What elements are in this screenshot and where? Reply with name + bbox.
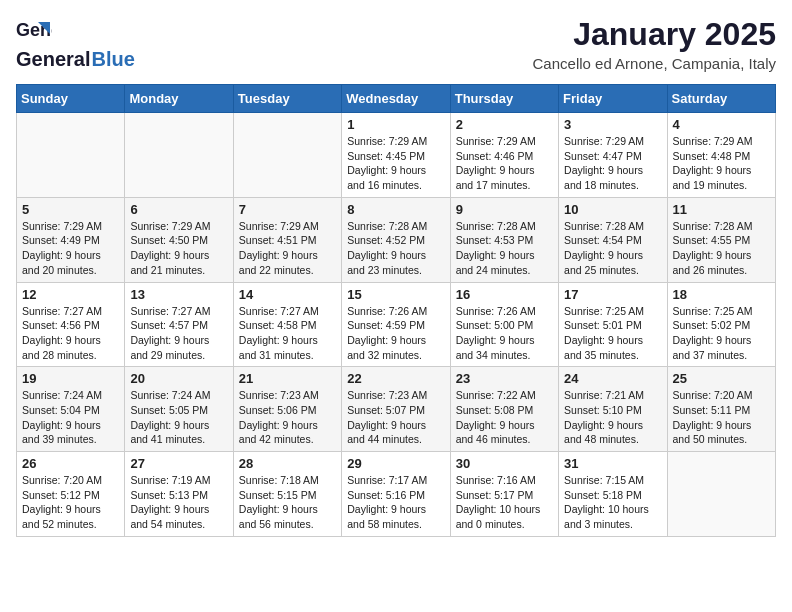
day-info: Sunrise: 7:22 AM Sunset: 5:08 PM Dayligh… [456,388,553,447]
calendar-cell: 27Sunrise: 7:19 AM Sunset: 5:13 PM Dayli… [125,452,233,537]
day-number: 5 [22,202,119,217]
calendar-cell: 31Sunrise: 7:15 AM Sunset: 5:18 PM Dayli… [559,452,667,537]
calendar-cell: 25Sunrise: 7:20 AM Sunset: 5:11 PM Dayli… [667,367,775,452]
calendar-cell: 29Sunrise: 7:17 AM Sunset: 5:16 PM Dayli… [342,452,450,537]
day-info: Sunrise: 7:29 AM Sunset: 4:51 PM Dayligh… [239,219,336,278]
calendar-cell: 23Sunrise: 7:22 AM Sunset: 5:08 PM Dayli… [450,367,558,452]
calendar-cell: 17Sunrise: 7:25 AM Sunset: 5:01 PM Dayli… [559,282,667,367]
calendar-cell: 24Sunrise: 7:21 AM Sunset: 5:10 PM Dayli… [559,367,667,452]
day-info: Sunrise: 7:24 AM Sunset: 5:04 PM Dayligh… [22,388,119,447]
day-info: Sunrise: 7:17 AM Sunset: 5:16 PM Dayligh… [347,473,444,532]
day-number: 21 [239,371,336,386]
calendar-cell: 1Sunrise: 7:29 AM Sunset: 4:45 PM Daylig… [342,113,450,198]
day-info: Sunrise: 7:28 AM Sunset: 4:54 PM Dayligh… [564,219,661,278]
calendar-cell [125,113,233,198]
day-number: 4 [673,117,770,132]
logo-general-text: General [16,48,90,71]
calendar-cell: 22Sunrise: 7:23 AM Sunset: 5:07 PM Dayli… [342,367,450,452]
day-number: 14 [239,287,336,302]
day-number: 6 [130,202,227,217]
calendar-cell: 12Sunrise: 7:27 AM Sunset: 4:56 PM Dayli… [17,282,125,367]
day-info: Sunrise: 7:29 AM Sunset: 4:47 PM Dayligh… [564,134,661,193]
day-info: Sunrise: 7:26 AM Sunset: 4:59 PM Dayligh… [347,304,444,363]
day-info: Sunrise: 7:27 AM Sunset: 4:58 PM Dayligh… [239,304,336,363]
weekday-header-monday: Monday [125,85,233,113]
calendar-cell: 18Sunrise: 7:25 AM Sunset: 5:02 PM Dayli… [667,282,775,367]
day-number: 12 [22,287,119,302]
calendar-cell: 13Sunrise: 7:27 AM Sunset: 4:57 PM Dayli… [125,282,233,367]
day-number: 27 [130,456,227,471]
calendar-cell: 10Sunrise: 7:28 AM Sunset: 4:54 PM Dayli… [559,197,667,282]
day-number: 16 [456,287,553,302]
calendar-week-1: 1Sunrise: 7:29 AM Sunset: 4:45 PM Daylig… [17,113,776,198]
calendar-cell: 28Sunrise: 7:18 AM Sunset: 5:15 PM Dayli… [233,452,341,537]
calendar-week-2: 5Sunrise: 7:29 AM Sunset: 4:49 PM Daylig… [17,197,776,282]
day-info: Sunrise: 7:24 AM Sunset: 5:05 PM Dayligh… [130,388,227,447]
day-number: 1 [347,117,444,132]
weekday-header-friday: Friday [559,85,667,113]
day-info: Sunrise: 7:29 AM Sunset: 4:48 PM Dayligh… [673,134,770,193]
calendar-cell [17,113,125,198]
day-number: 3 [564,117,661,132]
day-number: 22 [347,371,444,386]
day-number: 26 [22,456,119,471]
weekday-header-thursday: Thursday [450,85,558,113]
day-number: 7 [239,202,336,217]
day-info: Sunrise: 7:20 AM Sunset: 5:12 PM Dayligh… [22,473,119,532]
day-number: 30 [456,456,553,471]
day-info: Sunrise: 7:29 AM Sunset: 4:49 PM Dayligh… [22,219,119,278]
day-number: 29 [347,456,444,471]
logo-blue-text: Blue [91,48,134,71]
day-info: Sunrise: 7:23 AM Sunset: 5:06 PM Dayligh… [239,388,336,447]
calendar-cell [667,452,775,537]
calendar-week-4: 19Sunrise: 7:24 AM Sunset: 5:04 PM Dayli… [17,367,776,452]
day-number: 18 [673,287,770,302]
calendar-cell: 7Sunrise: 7:29 AM Sunset: 4:51 PM Daylig… [233,197,341,282]
logo: General General Blue [16,16,135,71]
title-block: January 2025 Cancello ed Arnone, Campani… [533,16,776,72]
day-number: 28 [239,456,336,471]
calendar-week-5: 26Sunrise: 7:20 AM Sunset: 5:12 PM Dayli… [17,452,776,537]
calendar-cell: 21Sunrise: 7:23 AM Sunset: 5:06 PM Dayli… [233,367,341,452]
day-info: Sunrise: 7:27 AM Sunset: 4:56 PM Dayligh… [22,304,119,363]
day-info: Sunrise: 7:28 AM Sunset: 4:53 PM Dayligh… [456,219,553,278]
calendar-cell: 5Sunrise: 7:29 AM Sunset: 4:49 PM Daylig… [17,197,125,282]
day-info: Sunrise: 7:16 AM Sunset: 5:17 PM Dayligh… [456,473,553,532]
month-title: January 2025 [533,16,776,53]
day-number: 2 [456,117,553,132]
day-number: 17 [564,287,661,302]
day-info: Sunrise: 7:29 AM Sunset: 4:46 PM Dayligh… [456,134,553,193]
day-info: Sunrise: 7:27 AM Sunset: 4:57 PM Dayligh… [130,304,227,363]
page-header: General General Blue January 2025 Cancel… [16,16,776,72]
calendar-cell: 8Sunrise: 7:28 AM Sunset: 4:52 PM Daylig… [342,197,450,282]
calendar-cell: 19Sunrise: 7:24 AM Sunset: 5:04 PM Dayli… [17,367,125,452]
day-info: Sunrise: 7:26 AM Sunset: 5:00 PM Dayligh… [456,304,553,363]
weekday-header-tuesday: Tuesday [233,85,341,113]
weekday-header-row: SundayMondayTuesdayWednesdayThursdayFrid… [17,85,776,113]
calendar-cell [233,113,341,198]
day-info: Sunrise: 7:29 AM Sunset: 4:45 PM Dayligh… [347,134,444,193]
calendar-cell: 26Sunrise: 7:20 AM Sunset: 5:12 PM Dayli… [17,452,125,537]
day-number: 31 [564,456,661,471]
day-info: Sunrise: 7:21 AM Sunset: 5:10 PM Dayligh… [564,388,661,447]
calendar-cell: 9Sunrise: 7:28 AM Sunset: 4:53 PM Daylig… [450,197,558,282]
weekday-header-sunday: Sunday [17,85,125,113]
day-number: 19 [22,371,119,386]
calendar-cell: 16Sunrise: 7:26 AM Sunset: 5:00 PM Dayli… [450,282,558,367]
day-info: Sunrise: 7:18 AM Sunset: 5:15 PM Dayligh… [239,473,336,532]
day-number: 25 [673,371,770,386]
calendar-cell: 11Sunrise: 7:28 AM Sunset: 4:55 PM Dayli… [667,197,775,282]
location-title: Cancello ed Arnone, Campania, Italy [533,55,776,72]
calendar-cell: 4Sunrise: 7:29 AM Sunset: 4:48 PM Daylig… [667,113,775,198]
day-number: 23 [456,371,553,386]
day-number: 24 [564,371,661,386]
weekday-header-saturday: Saturday [667,85,775,113]
day-info: Sunrise: 7:25 AM Sunset: 5:01 PM Dayligh… [564,304,661,363]
day-number: 9 [456,202,553,217]
day-info: Sunrise: 7:15 AM Sunset: 5:18 PM Dayligh… [564,473,661,532]
calendar-table: SundayMondayTuesdayWednesdayThursdayFrid… [16,84,776,537]
day-number: 10 [564,202,661,217]
day-info: Sunrise: 7:20 AM Sunset: 5:11 PM Dayligh… [673,388,770,447]
day-info: Sunrise: 7:29 AM Sunset: 4:50 PM Dayligh… [130,219,227,278]
calendar-cell: 20Sunrise: 7:24 AM Sunset: 5:05 PM Dayli… [125,367,233,452]
